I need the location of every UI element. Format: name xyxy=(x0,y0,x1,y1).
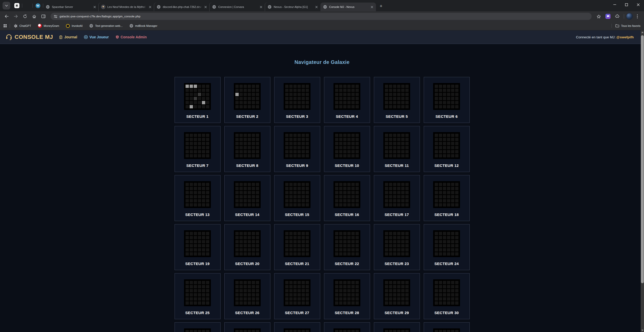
home-button[interactable] xyxy=(30,13,38,20)
sector-card[interactable]: SECTEUR 30 xyxy=(424,273,470,319)
browser-tab[interactable]: Connexion | Corvara xyxy=(210,3,265,11)
grid-cell xyxy=(355,154,359,157)
sector-card[interactable] xyxy=(424,322,470,332)
grid-cell xyxy=(355,101,359,104)
apps-grid-icon[interactable] xyxy=(4,24,7,27)
minimize-button[interactable] xyxy=(609,0,620,9)
tab-close-icon[interactable] xyxy=(203,5,208,9)
scroll-up-arrow[interactable] xyxy=(641,30,644,34)
sector-card[interactable]: SECTEUR 24 xyxy=(424,224,470,270)
bookmark-item[interactable]: MoneyGram xyxy=(38,24,59,28)
sector-card[interactable]: SECTEUR 17 xyxy=(374,175,420,221)
grid-cell xyxy=(289,89,293,92)
sector-card[interactable] xyxy=(324,322,370,332)
browser-tab[interactable]: discord-like-php-chat-7262.dev xyxy=(154,3,210,11)
bookmark-item[interactable]: mdBook Manager xyxy=(129,24,157,28)
nav-item-vue-joueur[interactable]: Vue Joueur xyxy=(84,35,109,39)
bookmark-item[interactable]: Text generation web... xyxy=(89,24,123,28)
grid-cell xyxy=(389,285,392,288)
tab-close-icon[interactable] xyxy=(314,5,318,9)
tab-search-button[interactable] xyxy=(3,2,10,9)
pinned-tab[interactable]: W xyxy=(33,1,43,10)
sector-card[interactable]: SECTEUR 14 xyxy=(224,175,270,221)
sector-card[interactable]: SECTEUR 8 xyxy=(224,126,270,172)
grid-cell xyxy=(198,191,201,194)
sector-card[interactable]: SECTEUR 11 xyxy=(374,126,420,172)
sector-label: SECTEUR 6 xyxy=(435,114,458,119)
sector-card[interactable]: SECTEUR 3 xyxy=(274,77,320,123)
sector-card[interactable]: SECTEUR 1 xyxy=(175,77,221,123)
site-info-icon[interactable] xyxy=(54,15,57,18)
sector-card[interactable] xyxy=(374,322,420,332)
grid-cell xyxy=(339,150,342,153)
extension-action-icon[interactable] xyxy=(604,13,612,20)
grid-cell xyxy=(252,285,255,288)
sector-card[interactable]: SECTEUR 2 xyxy=(224,77,270,123)
page-scrollbar[interactable] xyxy=(641,30,644,332)
reload-button[interactable] xyxy=(21,13,29,20)
grid-cell xyxy=(401,191,405,194)
grid-cell xyxy=(401,154,405,157)
tab-close-icon[interactable] xyxy=(370,5,374,9)
profile-avatar[interactable] xyxy=(626,13,633,20)
sector-card[interactable]: SECTEUR 9 xyxy=(274,126,320,172)
bookmark-item[interactable]: ChatGPT xyxy=(14,24,31,28)
sector-card[interactable]: SECTEUR 5 xyxy=(374,77,420,123)
new-tab-button[interactable]: + xyxy=(377,3,385,10)
grid-cell xyxy=(306,285,309,288)
sector-card[interactable]: SECTEUR 19 xyxy=(175,224,221,270)
sector-card[interactable]: SECTEUR 28 xyxy=(324,273,370,319)
sector-card[interactable]: SECTEUR 29 xyxy=(374,273,420,319)
browser-tab[interactable]: Console MJ - Nexus xyxy=(320,3,376,11)
tab-close-icon[interactable] xyxy=(148,5,152,9)
pinned-tab[interactable] xyxy=(12,1,22,10)
sector-card[interactable]: SECTEUR 10 xyxy=(324,126,370,172)
bookmark-star-icon[interactable] xyxy=(595,13,603,20)
sector-card[interactable]: SECTEUR 12 xyxy=(424,126,470,172)
nav-item-console-admin[interactable]: Console Admin xyxy=(116,35,147,39)
sector-card[interactable]: SECTEUR 18 xyxy=(424,175,470,221)
sector-card[interactable]: SECTEUR 15 xyxy=(274,175,320,221)
tab-close-icon[interactable] xyxy=(93,5,97,9)
grid-cell xyxy=(343,93,347,96)
sector-card[interactable]: SECTEUR 16 xyxy=(324,175,370,221)
grid-cell xyxy=(190,232,193,235)
grid-cell xyxy=(351,330,355,332)
sector-card[interactable]: SECTEUR 13 xyxy=(175,175,221,221)
browser-tab[interactable]: Nexus - Secteur Alpha [G1] xyxy=(265,3,320,11)
browser-tab[interactable]: Spacebar Server xyxy=(43,3,99,11)
forward-button[interactable] xyxy=(12,13,20,20)
sector-card[interactable] xyxy=(175,322,221,332)
sector-card[interactable]: SECTEUR 27 xyxy=(274,273,320,319)
close-button[interactable] xyxy=(632,0,644,9)
sector-card[interactable]: SECTEUR 23 xyxy=(374,224,420,270)
sector-card[interactable]: SECTEUR 6 xyxy=(424,77,470,123)
browser-tab[interactable]: Les Neuf Mondes de la Mythol xyxy=(99,3,154,11)
address-bar[interactable]: galactic-pve-conquest-c7fe.dev.flatlogic… xyxy=(51,13,592,20)
nav-item-journal[interactable]: Journal xyxy=(59,35,77,39)
back-button[interactable] xyxy=(3,13,10,20)
sector-card[interactable] xyxy=(224,322,270,332)
side-panel-button[interactable] xyxy=(40,13,47,20)
grid-cell xyxy=(235,252,239,256)
grid-cell xyxy=(389,244,392,247)
grid-cell xyxy=(439,134,442,137)
grid-cell xyxy=(256,248,259,251)
sector-card[interactable]: SECTEUR 25 xyxy=(175,273,221,319)
sector-card[interactable]: SECTEUR 4 xyxy=(324,77,370,123)
sector-card[interactable]: SECTEUR 20 xyxy=(224,224,270,270)
scrollbar-thumb[interactable] xyxy=(641,35,644,283)
all-bookmarks-button[interactable]: Tous les favoris xyxy=(615,24,640,27)
sector-card[interactable]: SECTEUR 22 xyxy=(324,224,370,270)
extensions-puzzle-icon[interactable] xyxy=(613,13,621,20)
browser-menu-icon[interactable] xyxy=(634,13,641,20)
sector-card[interactable]: SECTEUR 21 xyxy=(274,224,320,270)
tab-close-icon[interactable] xyxy=(259,5,263,9)
sector-card[interactable]: SECTEUR 7 xyxy=(175,126,221,172)
scroll-down-arrow[interactable] xyxy=(641,328,644,332)
pinned-tab[interactable] xyxy=(22,1,32,10)
maximize-button[interactable] xyxy=(620,0,632,9)
sector-card[interactable] xyxy=(274,322,320,332)
bookmark-item[interactable]: InvokeAI xyxy=(66,24,83,28)
sector-card[interactable]: SECTEUR 26 xyxy=(224,273,270,319)
